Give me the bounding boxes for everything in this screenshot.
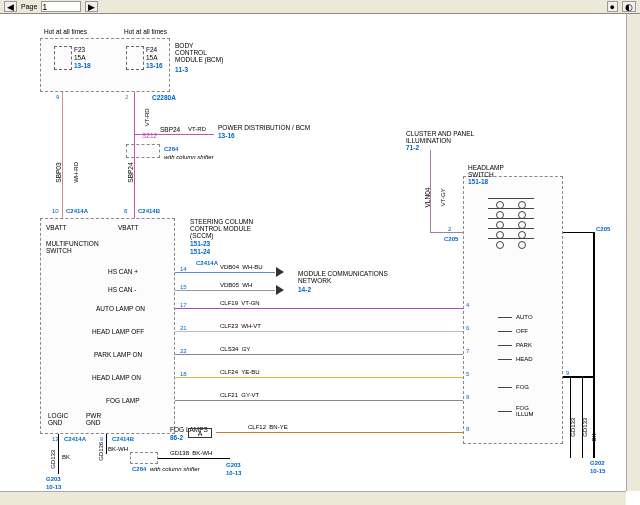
sbp03-color: WH-RD <box>73 162 80 183</box>
f24-name: F24 <box>146 46 157 53</box>
f24-ref: 13-16 <box>146 62 163 69</box>
pin-8: 8 <box>124 208 127 214</box>
conn-c2414a-top: C2414A <box>66 208 88 215</box>
wire-clf19 <box>175 308 463 309</box>
sccm-title: STEERING COLUMN CONTROL MODULE (SCCM) <box>190 218 253 239</box>
cluster-ref: 71-2 <box>406 144 419 151</box>
sbp24-h-name: SBP24 <box>160 126 180 133</box>
wire-vln04-h <box>430 232 463 233</box>
vln04-color: VT-GY <box>440 188 447 206</box>
conn-c205-right: C205 <box>596 226 610 233</box>
sw-fog: FOG <box>516 384 529 390</box>
f24-amps: 15A <box>146 54 158 61</box>
gd136-bl: GD136 <box>98 442 105 461</box>
sig-hscanm: HS CAN - <box>108 286 137 293</box>
wire-clf23 <box>175 331 463 332</box>
mcn-arrow-1 <box>276 267 284 277</box>
wire-bk-hl-3 <box>563 376 593 378</box>
sw-park: PARK <box>516 342 532 348</box>
prev-page-button[interactable]: ◀ <box>4 1 17 12</box>
toolbar-button-2[interactable]: ◐ <box>622 1 636 12</box>
bcm-ref: 11-3 <box>175 66 188 73</box>
next-page-button[interactable]: ▶ <box>85 1 98 12</box>
clf21-label: CLF21 GY-VT <box>220 392 259 399</box>
headlamp-ref: 151-18 <box>468 178 488 185</box>
page-input[interactable] <box>41 1 81 12</box>
g203-r: G203 <box>226 462 241 469</box>
clf19-label: CLF19 VT-GN <box>220 300 260 307</box>
g203-ref: 10-13 <box>46 484 61 491</box>
f23-name: F23 <box>74 46 85 53</box>
cls34-label: CLS34 GY <box>220 346 250 353</box>
sccm-ref2: 151-24 <box>190 248 210 255</box>
g202-right: G202 <box>590 460 605 467</box>
vdb04-label: VDB04 WH-BU <box>220 264 263 271</box>
sig-parkon: PARK LAMP ON <box>94 351 142 358</box>
headlamp-title: HEADLAMP SWITCH <box>468 164 504 178</box>
switch-positions: AUTO OFF PARK HEAD FOG FOG ILLUM <box>498 310 548 418</box>
vdb05-label: VDB05 WH <box>220 282 252 289</box>
wire-sbp03-v <box>62 92 63 218</box>
sbp24-h-color: VT-RD <box>188 126 206 133</box>
toolbar: ◀ Page ▶ ● ◐ <box>0 0 640 14</box>
bk-r: BK <box>591 433 598 441</box>
clf23-label: CLF23 WH-VT <box>220 323 261 330</box>
lamp-stack <box>488 198 538 248</box>
sw-fog-illum: FOG ILLUM <box>516 405 548 417</box>
gd133-r2: GD133 <box>582 418 589 437</box>
f23-ref: 13-18 <box>74 62 91 69</box>
sccm-ref1: 151-23 <box>190 240 210 247</box>
g202-ref-right: 10-15 <box>590 468 605 475</box>
sig-autolamp: AUTO LAMP ON <box>96 305 145 312</box>
c264-box <box>126 144 160 158</box>
f23-amps: 15A <box>74 54 86 61</box>
sbp24-name-v: SBP24 <box>127 162 134 182</box>
mcn-title: MODULE COMMUNICATIONS NETWORK <box>298 270 388 284</box>
wire-bk-right <box>563 232 593 233</box>
cluster-title: CLUSTER AND PANEL ILLUMINATION <box>406 130 474 144</box>
pin-3-hl: 9 <box>566 370 569 376</box>
vln04-name: VLN04 <box>424 188 431 208</box>
wire-clf12 <box>216 432 463 433</box>
shifter-note-2: with column shifter <box>150 466 200 473</box>
wire-vdb05 <box>175 290 275 291</box>
sig-headon: HEAD LAMP ON <box>92 374 141 381</box>
wire-sbp24-h <box>134 134 214 135</box>
mcn-arrow-2 <box>276 285 284 295</box>
shifter-note-1: with column shifter <box>164 154 214 161</box>
sig-hscanp: HS CAN + <box>108 268 138 275</box>
pwr-dist-title: POWER DISTRIBUTION / BCM <box>218 124 310 131</box>
conn-c264: C264 <box>164 146 178 153</box>
conn-c205-left: C205 <box>444 236 458 243</box>
sbp03-name: SBP03 <box>55 162 62 182</box>
scrollbar-vertical[interactable] <box>626 14 640 491</box>
hot-label-1: Hot at all times <box>44 28 87 35</box>
bk-bl: BK <box>62 454 70 461</box>
sig-headoff: HEAD LAMP OFF <box>92 328 144 335</box>
vbatt-2: VBATT <box>118 224 138 231</box>
g203-l: G203 <box>46 476 61 483</box>
sig-logic: LOGIC GND <box>48 412 68 426</box>
fuse-f23 <box>54 46 72 70</box>
gd133-r1: GD133 <box>570 418 577 437</box>
fog-lamp-code-box: A <box>188 428 212 438</box>
wire-cls34 <box>175 354 463 355</box>
sbp24-color-v: VT-RD <box>144 108 151 126</box>
gd138-label: GD138 BK-WH <box>170 450 212 457</box>
sig-fog: FOG LAMP <box>106 397 140 404</box>
toolbar-button-1[interactable]: ● <box>607 1 618 12</box>
sig-pwr: PWR GND <box>86 412 101 426</box>
vbatt-1: VBATT <box>46 224 66 231</box>
fog-lamps-ref: 86-2 <box>170 434 183 441</box>
conn-c2414b-bl: C2414B <box>112 436 134 443</box>
scrollbar-horizontal[interactable] <box>0 491 626 505</box>
pin-2-hl: 2 <box>448 226 451 232</box>
multifunction-title: MULTIFUNCTION SWITCH <box>46 240 99 254</box>
bcm-title: BODY CONTROL MODULE (BCM) <box>175 42 223 63</box>
wiring-diagram: Hot at all times Hot at all times F23 15… <box>0 14 626 491</box>
gd133-bl: GD133 <box>50 450 57 469</box>
pin-2: 2 <box>125 94 128 100</box>
conn-c2280a: C2280A <box>152 94 176 101</box>
c264-box-bottom <box>130 452 158 464</box>
pin-10: 10 <box>52 208 59 214</box>
